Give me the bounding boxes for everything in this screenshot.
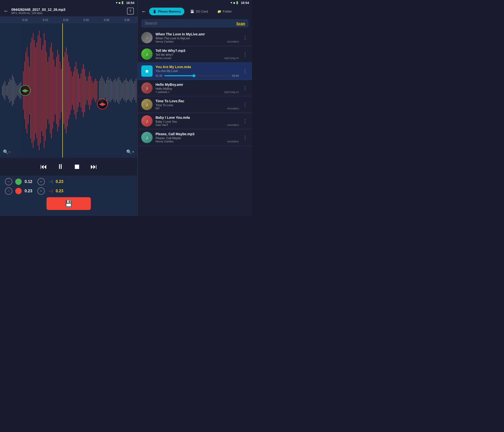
song-avatar-7: ♪ [141, 132, 153, 143]
song-item-2[interactable]: ♪ Tell Me Why?.mp3 Tell Me Why? Anna Luc… [138, 46, 252, 62]
waveform-area[interactable]: ◀▶ ◀▶ 🔍− 🔍+ [0, 23, 137, 158]
song-item-3[interactable]: ■ You Are My Love.m4a You Are My Love 01… [138, 62, 252, 80]
timeline-ruler: 0:10 0:15 0:20 0:25 0:30 0:35 [0, 16, 137, 23]
song-source-2: mp3.zing.vn [224, 57, 239, 60]
time-current-3: 01:30 [156, 74, 162, 77]
tab-sd-card[interactable]: 💾 SD Card [187, 8, 211, 15]
song-info-6: Baby I Love You.m4a Baby I Love You Gain… [156, 116, 239, 126]
right-handle-icon: ◀▶ [99, 101, 106, 107]
song-info-4: Hello MyBoy.amr Hello MyBoy < unknow > m… [156, 83, 239, 93]
pause-button[interactable]: ⏸ [57, 163, 64, 171]
folder-icon: 📁 [217, 10, 221, 13]
search-bar: Scan [141, 19, 249, 28]
song-subtitle-6: Baby I Love You [156, 120, 239, 123]
song-avatar-4: ♪ [141, 82, 153, 94]
ruler-5: 0:35 [117, 18, 137, 21]
end-trim-arrow: →| [48, 189, 53, 193]
song-title-playing-3: You Are My Love.m4a [156, 65, 239, 69]
song-subtitle-3: You Are My Love [156, 69, 239, 73]
left-handle-icon: ◀▶ [22, 88, 29, 93]
status-bar-right: ▼◀ 🔋 16:54 [138, 0, 252, 6]
song-artist-1: Henny Carides [156, 40, 173, 43]
song-info-5: Time To Love.flac Time To Love NiT recor… [156, 99, 239, 110]
save-button[interactable]: 💾 [47, 197, 91, 210]
file-info: 0944262445_2017_03_12_26.mp3 MP3, 44100 … [11, 8, 125, 15]
end-trim-target: 0.23 [56, 189, 63, 193]
stop-button[interactable]: ⏹ [74, 163, 80, 171]
transport-controls: ⏮ ⏸ ⏹ ⏭ [0, 158, 137, 176]
more-button-6[interactable]: ⋮ [242, 118, 249, 124]
left-trim-handle[interactable]: ◀▶ [20, 85, 31, 96]
search-input[interactable] [145, 21, 234, 26]
song-artist-5: NiT [156, 107, 160, 110]
song-item-1[interactable]: ♪ When The Love In MyLive.amr When The L… [138, 30, 252, 46]
ruler-4: 0:30 [96, 18, 117, 21]
time-display-left: 16:54 [126, 1, 134, 5]
more-button-5[interactable]: ⋮ [242, 102, 249, 107]
edit-controls: − 0.12 + →| 0.23 − 0.23 + →| 0.23 💾 [0, 176, 137, 216]
song-subtitle-5: Time To Love [156, 104, 239, 107]
song-info-1: When The Love In MyLive.amr When The Lov… [156, 32, 239, 43]
progress-fill-3 [164, 75, 194, 76]
tab-phone-memory[interactable]: 📱 Phone Memory [149, 8, 184, 15]
tab-folder[interactable]: 📁 Folder [214, 8, 235, 15]
phone-memory-label: Phone Memory [158, 10, 181, 13]
right-trim-handle[interactable]: ◀▶ [97, 99, 108, 109]
start-trim-arrow: →| [48, 179, 53, 184]
start-trim-minus[interactable]: − [5, 178, 12, 185]
back-button-right[interactable]: ← [141, 8, 147, 15]
header-right: ← 📱 Phone Memory 💾 SD Card 📁 Folder [138, 6, 252, 17]
zoom-out-button[interactable]: 🔍− [3, 149, 11, 155]
song-source-4: mp3.zing.vn [224, 90, 239, 93]
song-item-5[interactable]: ♪ Time To Love.flac Time To Love NiT rec… [138, 96, 252, 113]
rewind-button[interactable]: ⏮ [40, 163, 47, 171]
more-button-2[interactable]: ⋮ [242, 51, 249, 57]
song-info-7: Please, Call Maybe.mp3 Please, Call Mayb… [156, 132, 239, 143]
song-item-7[interactable]: ♪ Please, Call Maybe.mp3 Please, Call Ma… [138, 129, 252, 146]
help-button[interactable]: ? [127, 8, 134, 15]
song-subtitle-2: Tell Me Why? [156, 53, 239, 57]
song-meta-1: Henny Carides recorders [156, 40, 239, 43]
more-button-1[interactable]: ⋮ [242, 35, 249, 41]
song-item-6[interactable]: ♪ Baby I Love You.m4a Baby I Love You Ga… [138, 113, 252, 129]
end-trim-value: 0.23 [25, 189, 34, 193]
zoom-in-button[interactable]: 🔍+ [126, 149, 134, 155]
song-source-1: recorders [227, 40, 239, 43]
ruler-2: 0:20 [56, 18, 76, 21]
ruler-3: 0:25 [76, 18, 96, 21]
sd-icon: 💾 [190, 10, 194, 13]
song-item-4[interactable]: ♪ Hello MyBoy.amr Hello MyBoy < unknow >… [138, 80, 252, 96]
forward-button[interactable]: ⏭ [90, 163, 97, 171]
song-title-6: Baby I Love You.m4a [156, 116, 239, 119]
scan-button[interactable]: Scan [236, 21, 245, 26]
save-icon: 💾 [65, 200, 72, 207]
start-trim-plus[interactable]: + [37, 178, 45, 185]
ruler-1: 0:15 [35, 18, 56, 21]
song-subtitle-7: Please, Call Maybe [156, 136, 239, 140]
more-button-3[interactable]: ⋮ [242, 68, 249, 74]
song-artist-4: < unknow > [156, 90, 170, 93]
song-meta-6: Gain VanT recorders [156, 123, 239, 126]
start-trim-value: 0.12 [25, 179, 34, 184]
end-trim-minus[interactable]: − [5, 187, 12, 195]
file-meta: MP3, 44100 Hz, 128 kbps [11, 12, 125, 15]
song-title-4: Hello MyBoy.amr [156, 83, 239, 87]
song-list: ♪ When The Love In MyLive.amr When The L… [138, 30, 252, 216]
song-subtitle-4: Hello MyBoy [156, 87, 239, 90]
more-button-7[interactable]: ⋮ [242, 134, 249, 140]
status-bar-left: ▼◀ 🔋 16:54 [0, 0, 137, 6]
end-trim-plus[interactable]: + [37, 187, 45, 195]
start-trim-indicator [15, 179, 22, 185]
ruler-0: 0:10 [15, 18, 35, 21]
song-source-6: recorders [227, 123, 239, 126]
status-icons-left: ▼◀ 🔋 [115, 1, 124, 4]
progress-bar-3[interactable] [164, 75, 230, 76]
more-button-4[interactable]: ⋮ [242, 85, 249, 91]
end-trim-indicator [15, 188, 22, 194]
back-button-left[interactable]: ← [3, 8, 9, 14]
time-display-right: 16:54 [241, 1, 249, 5]
file-name: 0944262445_2017_03_12_26.mp3 [11, 8, 125, 12]
end-trim-row: − 0.23 + →| 0.23 [5, 187, 132, 195]
phone-icon: 📱 [153, 10, 157, 13]
song-meta-2: Anna Lucuas mp3.zing.vn [156, 57, 239, 60]
